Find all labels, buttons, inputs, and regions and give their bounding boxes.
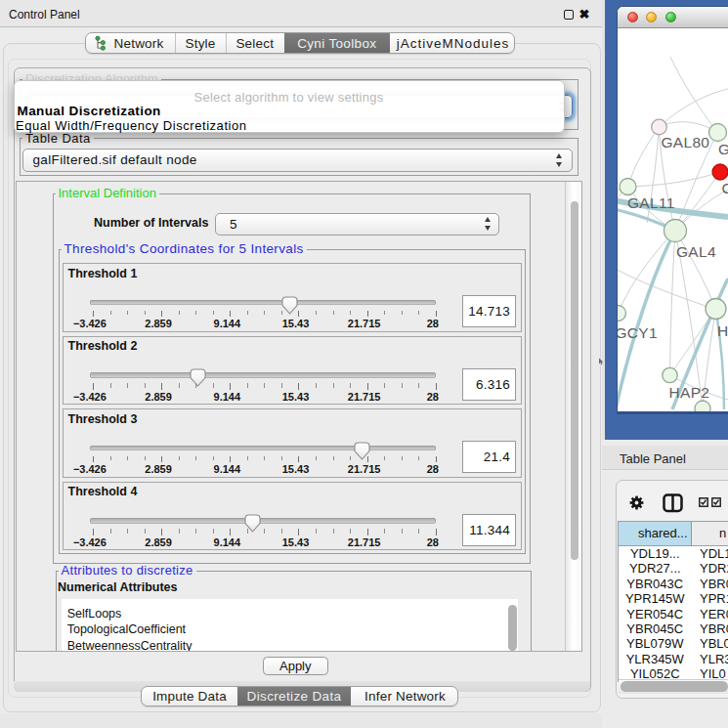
svg-text:H: H — [717, 322, 728, 339]
svg-text:GAL4: GAL4 — [676, 243, 716, 260]
svg-text:GCY1: GCY1 — [618, 324, 658, 341]
svg-text:GA: GA — [718, 141, 728, 157]
svg-text:HAP2: HAP2 — [669, 384, 710, 401]
svg-text:C: C — [722, 180, 728, 196]
svg-text:GAL11: GAL11 — [627, 194, 675, 211]
svg-text:GAL80: GAL80 — [662, 134, 710, 150]
